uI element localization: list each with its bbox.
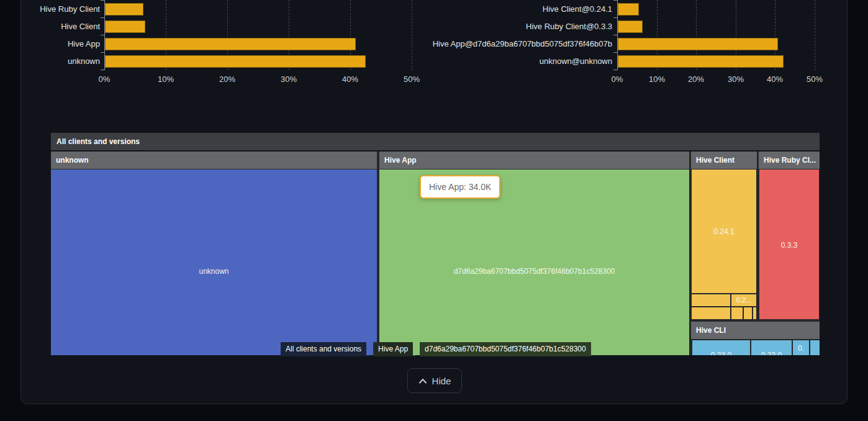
treemap-breadcrumb: All clients and versions Hive App d7d6a2… (281, 342, 591, 356)
hide-button[interactable]: Hide (407, 368, 462, 393)
treemap-cell-small[interactable] (753, 307, 756, 319)
chart-tooltip: Hive App: 34.0K (420, 175, 500, 199)
treemap-cell-label: 0.23.0 (692, 351, 750, 355)
bar-unknown[interactable] (105, 55, 366, 68)
bar-hive-ruby-033[interactable] (618, 20, 643, 33)
treemap-cell-small[interactable] (744, 307, 752, 319)
category-label: Hive App (12, 39, 100, 49)
x-tick-label: 10% (643, 75, 671, 84)
treemap-cell-label: unknown (51, 267, 377, 276)
treemap-cell-label: 0.2... (731, 296, 756, 304)
bar-hive-app-hash[interactable] (618, 38, 778, 50)
x-tick-label: 10% (152, 75, 179, 84)
gridline (815, 0, 815, 70)
axis-tick (101, 35, 104, 35)
x-tick-label: 30% (722, 75, 749, 84)
axis-tick (101, 52, 104, 53)
treemap-cell-0-2-ellipsis[interactable]: 0.2... (731, 294, 756, 306)
category-label: unknown (12, 57, 100, 66)
axis-tick (613, 52, 617, 53)
treemap-cell-0-24-1[interactable]: 0.24.1 (692, 170, 756, 293)
axis-tick (613, 70, 617, 70)
breadcrumb-item-root[interactable]: All clients and versions (281, 342, 366, 356)
x-tick-label: 0% (91, 75, 118, 84)
category-label: Hive Ruby Client@0.3.3 (373, 22, 612, 32)
axis-tick (613, 17, 617, 18)
treemap-cell-label: 0.24.1 (692, 227, 756, 236)
treemap-cell-0-3-3[interactable]: 0.3.3 (759, 170, 819, 319)
treemap-cell-small[interactable] (810, 340, 820, 355)
treemap-cell-0-dot[interactable]: 0. (793, 340, 809, 355)
treemap-section-header-hive-client[interactable]: Hive Client (691, 152, 757, 169)
treemap-section-header-hive-cli[interactable]: Hive CLI (691, 322, 820, 339)
treemap-cell-unknown[interactable]: unknown (51, 170, 377, 355)
category-label: Hive Client (12, 22, 100, 32)
treemap-section-header-hive-app[interactable]: Hive App (379, 152, 689, 169)
axis-tick (101, 17, 104, 18)
treemap-cell-label: 0. (793, 344, 809, 353)
bar-unknown-unknown[interactable] (618, 55, 784, 68)
bar-hive-app[interactable] (105, 38, 356, 50)
dashboard-page: Hive Ruby Client Hive Client Hive App un… (0, 0, 868, 421)
category-label: Hive Client@0.24.1 (373, 4, 612, 14)
axis-tick (613, 0, 617, 1)
category-label: unknown@unknown (373, 57, 612, 66)
bar-hive-client-0241[interactable] (618, 3, 639, 16)
x-tick-label: 50% (398, 75, 425, 84)
treemap-section-header-hive-ruby-client[interactable]: Hive Ruby Cl... (759, 152, 820, 169)
tooltip-text: Hive App: 34.0K (429, 182, 491, 192)
axis-tick (101, 70, 104, 70)
bar-hive-ruby-client[interactable] (105, 3, 143, 16)
breadcrumb-item-hash[interactable]: d7d6a29ba6707bbd5075df376f46b07b1c528300 (420, 342, 591, 356)
treemap-root-header[interactable]: All clients and versions (51, 133, 820, 150)
treemap-cell-label: d7d6a29ba6707bbd5075df376f46b07b1c528300 (379, 267, 689, 276)
x-tick-label: 40% (761, 75, 789, 84)
x-tick-label: 40% (337, 75, 364, 84)
axis-tick (101, 0, 104, 1)
x-tick-label: 30% (275, 75, 302, 84)
treemap-cell-small[interactable] (731, 307, 743, 319)
category-label: Hive App@d7d6a29ba6707bbd5075df376f46b07… (373, 39, 612, 49)
treemap-cell-0-23-0[interactable]: 0.23.0 (692, 340, 750, 355)
x-tick-label: 20% (214, 75, 241, 84)
hide-button-label: Hide (432, 376, 451, 386)
bar-hive-client[interactable] (105, 20, 145, 33)
x-tick-label: 20% (682, 75, 710, 84)
breadcrumb-item-hive-app[interactable]: Hive App (373, 342, 413, 356)
treemap-cell-label: 0.23.0 (751, 351, 792, 355)
treemap-cell-label: 0.3.3 (759, 241, 819, 250)
axis-tick (613, 35, 617, 35)
treemap-cell-small[interactable] (692, 307, 730, 319)
category-label: Hive Ruby Client (12, 4, 100, 14)
treemap-cell-0-23-0[interactable]: 0.23.0 (751, 340, 792, 355)
treemap-section-header-unknown[interactable]: unknown (51, 152, 377, 169)
chevron-up-icon (418, 378, 427, 384)
x-tick-label: 0% (604, 75, 631, 84)
treemap-cell-small[interactable] (692, 294, 730, 306)
x-tick-label: 50% (801, 75, 828, 84)
